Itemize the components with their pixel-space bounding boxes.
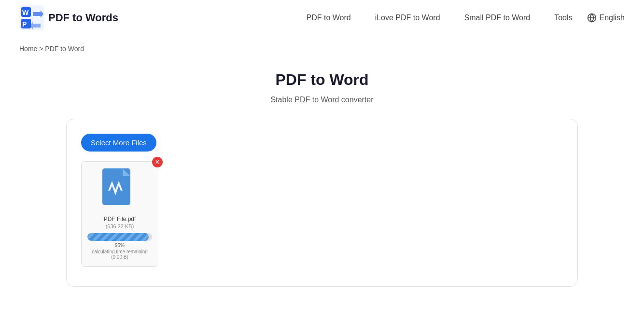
nav-ilove-pdf[interactable]: iLove PDF to Word [375,14,440,22]
file-remove-button[interactable] [152,157,163,167]
pdf-file-icon [100,167,139,211]
language-label: English [600,14,625,22]
breadcrumb: Home > PDF to Word [0,36,644,61]
logo-link[interactable]: W P PDF to Words [19,5,118,30]
file-name: PDF File.pdf [104,216,136,222]
progress-label: 95% [115,243,125,248]
pdf-icon-wrapper [100,167,139,211]
page-subtitle: Stable PDF to Word converter [270,96,373,104]
nav-tools[interactable]: Tools [554,14,572,22]
files-area: PDF File.pdf (636.22 KB) 95% calculating… [81,161,563,267]
nav-pdf-to-word[interactable]: PDF to Word [306,14,350,22]
nav-small-pdf[interactable]: Small PDF to Word [464,14,531,22]
progress-bar-fill [87,233,149,241]
logo-text: PDF to Words [48,12,118,24]
breadcrumb-home[interactable]: Home [19,45,37,53]
logo-icon: W P [19,5,44,30]
progress-bar-background [87,233,152,241]
main-nav: PDF to Word iLove PDF to Word Small PDF … [306,14,572,22]
globe-icon [587,13,597,23]
file-size: (636.22 KB) [106,223,134,229]
breadcrumb-current: PDF to Word [45,45,84,53]
file-card: PDF File.pdf (636.22 KB) 95% calculating… [81,161,158,267]
drop-zone: Select More Files [66,119,578,287]
svg-text:W: W [22,9,29,16]
progress-status: calculating time remaining (0.00 B) [87,249,152,260]
breadcrumb-separator: > [37,45,45,53]
page-title: PDF to Word [275,71,368,89]
svg-text:P: P [22,20,27,28]
language-button[interactable]: English [587,13,625,23]
main-content: PDF to Word Stable PDF to Word converter… [0,61,644,306]
site-header: W P PDF to Words PDF to Word iLove PDF t… [0,0,644,36]
select-more-files-button[interactable]: Select More Files [81,134,156,152]
